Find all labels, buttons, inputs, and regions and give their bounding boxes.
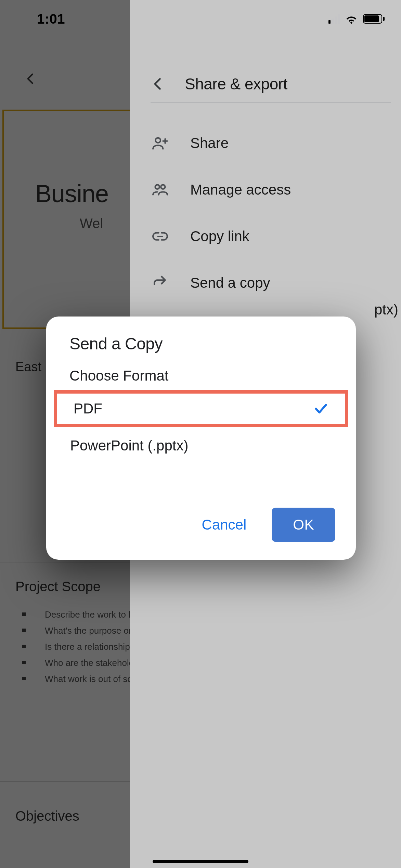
cellular-signal-icon xyxy=(328,14,340,24)
option-label: PowerPoint (.pptx) xyxy=(70,437,188,454)
wifi-icon xyxy=(345,14,358,24)
battery-icon xyxy=(363,14,385,24)
format-option-powerpoint[interactable]: PowerPoint (.pptx) xyxy=(46,427,356,464)
send-copy-dialog: Send a Copy Choose Format PDF PowerPoint… xyxy=(46,317,356,560)
option-label: PDF xyxy=(74,400,102,417)
cancel-button[interactable]: Cancel xyxy=(196,510,253,540)
home-indicator xyxy=(153,860,248,863)
status-bar: 1:01 xyxy=(0,0,401,38)
dialog-title: Send a Copy xyxy=(46,334,356,368)
ok-button[interactable]: OK xyxy=(272,508,335,542)
format-option-pdf[interactable]: PDF xyxy=(54,390,348,427)
dialog-subtitle: Choose Format xyxy=(46,368,356,390)
checkmark-icon xyxy=(313,401,328,416)
status-time: 1:01 xyxy=(37,11,65,27)
